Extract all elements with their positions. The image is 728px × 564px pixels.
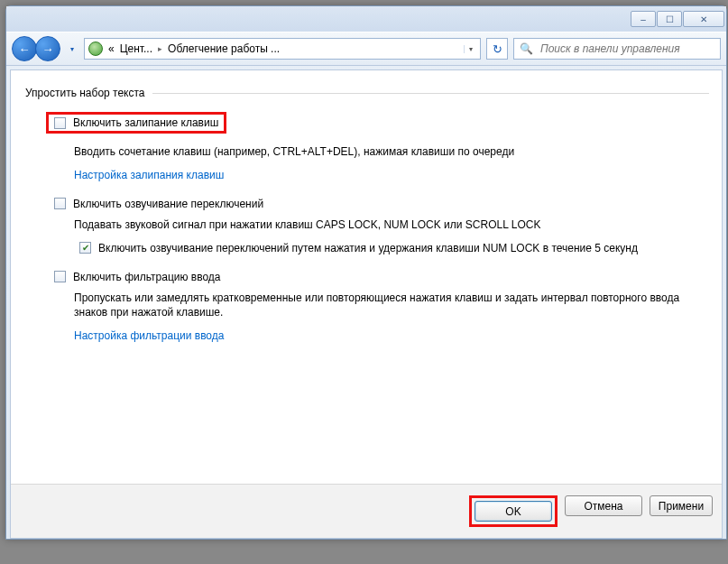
maximize-icon: ☐	[666, 14, 674, 24]
close-icon: ✕	[700, 14, 707, 24]
toggle-keys-hold-checkbox[interactable]	[79, 242, 91, 254]
address-dropdown[interactable]: ▾	[464, 45, 476, 53]
refresh-button[interactable]: ↻	[486, 38, 508, 60]
breadcrumb-item-1[interactable]: Цент...	[120, 42, 152, 55]
breadcrumb-sep-icon[interactable]: ▸	[158, 44, 162, 53]
dialog-window: – ☐ ✕ ← → ▾ « Цент... ▸ Облегчение работ…	[5, 5, 727, 540]
toggle-keys-section: Включить озвучивание переключений Подава…	[54, 198, 709, 254]
breadcrumb-item-2[interactable]: Облегчение работы ...	[168, 42, 280, 55]
filter-keys-checkbox[interactable]	[54, 271, 66, 282]
filter-keys-section: Включить фильтрацию ввода Пропускать или…	[54, 271, 709, 343]
minimize-icon: –	[640, 14, 646, 24]
cancel-button[interactable]: Отмена	[565, 495, 642, 516]
sticky-keys-checkbox[interactable]	[54, 117, 66, 129]
simplify-typing-group: Упростить набор текста Включить залипани…	[23, 87, 709, 358]
search-input[interactable]	[539, 42, 714, 56]
forward-icon: →	[42, 42, 54, 56]
ok-button-highlight: OK	[469, 495, 558, 527]
sticky-keys-highlight: Включить залипание клавиш	[46, 112, 226, 134]
toggle-keys-checkbox[interactable]	[54, 198, 66, 209]
titlebar: – ☐ ✕	[6, 6, 726, 32]
search-icon: 🔍	[520, 42, 533, 55]
search-box[interactable]: 🔍	[513, 38, 721, 60]
chevron-down-icon: ▾	[469, 45, 473, 53]
sticky-keys-desc: Вводить сочетание клавиш (например, CTRL…	[74, 144, 709, 160]
toggle-keys-label: Включить озвучивание переключений	[73, 198, 263, 210]
minimize-button[interactable]: –	[631, 11, 656, 27]
navbar: ← → ▾ « Цент... ▸ Облегчение работы ... …	[6, 32, 726, 66]
sticky-keys-settings-link[interactable]: Настройка залипания клавиш	[74, 169, 224, 181]
forward-button[interactable]: →	[35, 36, 60, 61]
ok-button[interactable]: OK	[475, 501, 552, 522]
back-button[interactable]: ←	[12, 36, 37, 61]
chevron-down-icon: ▾	[70, 45, 74, 53]
maximize-button[interactable]: ☐	[657, 11, 682, 27]
history-dropdown[interactable]: ▾	[66, 36, 78, 61]
breadcrumb-prefix: «	[108, 42, 115, 55]
dialog-footer: OK Отмена Примени	[11, 484, 722, 538]
close-button[interactable]: ✕	[683, 11, 724, 27]
address-bar[interactable]: « Цент... ▸ Облегчение работы ... ▾	[84, 38, 481, 60]
location-icon	[88, 42, 103, 56]
filter-keys-label: Включить фильтрацию ввода	[73, 271, 221, 283]
apply-button[interactable]: Примени	[650, 495, 713, 516]
toggle-keys-hold-label: Включить озвучивание переключений путем …	[98, 242, 638, 254]
toggle-keys-desc: Подавать звуковой сигнал при нажатии кла…	[74, 217, 709, 233]
group-title: Упростить набор текста	[23, 87, 152, 99]
refresh-icon: ↻	[493, 42, 502, 56]
sticky-keys-section: Включить залипание клавиш Вводить сочета…	[54, 112, 709, 181]
sticky-keys-label: Включить залипание клавиш	[73, 116, 218, 129]
content-area: Упростить набор текста Включить залипани…	[10, 69, 723, 539]
nav-arrows: ← →	[12, 36, 60, 61]
filter-keys-settings-link[interactable]: Настройка фильтрации ввода	[74, 329, 224, 342]
back-icon: ←	[19, 42, 31, 56]
filter-keys-desc: Пропускать или замедлять кратковременные…	[74, 291, 705, 321]
